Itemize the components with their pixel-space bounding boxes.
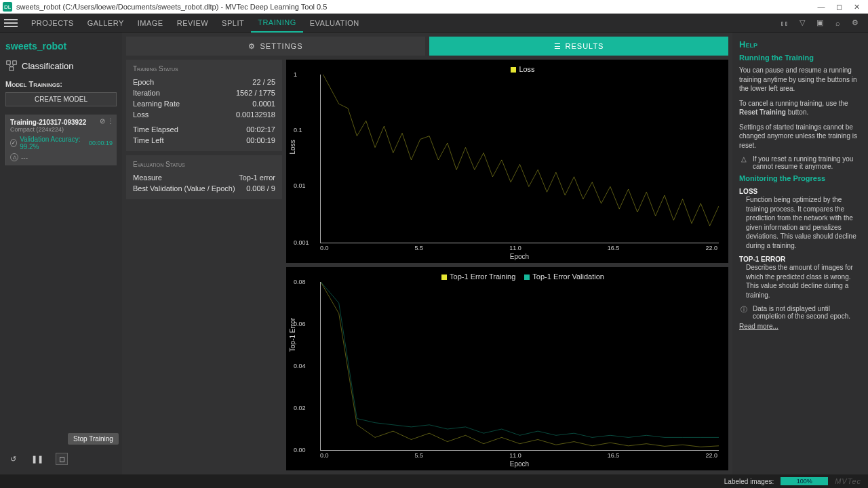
elapsed-value: 00:02:17 (246, 125, 275, 134)
nav-image[interactable]: IMAGE (131, 14, 170, 33)
top1-legend: Top-1 Error Training Top-1 Error Validat… (320, 271, 719, 282)
help-top1-term: TOP-1 ERROR (739, 256, 861, 263)
top-nav: PROJECTS GALLERY IMAGE REVIEW SPLIT TRAI… (0, 14, 868, 33)
close-button[interactable]: ✕ (848, 0, 865, 14)
help-top1-desc: Describes the amount of images for which… (746, 263, 861, 300)
validation-icon: ✓ (10, 139, 17, 147)
stop-icon[interactable]: ◻ (56, 453, 68, 465)
loss-label: Loss (133, 110, 149, 119)
top1-chart: Top-1 Error Training Top-1 Error Validat… (286, 267, 728, 470)
validation-time: 00:00:19 (89, 140, 113, 146)
filter-icon[interactable]: ▽ (793, 14, 811, 32)
xtick: 11.0 (509, 452, 521, 459)
xtick: 11.0 (509, 245, 521, 251)
tab-results-label: RESULTS (566, 42, 604, 50)
svg-line-4 (12, 64, 15, 67)
ytick: 0.04 (294, 363, 306, 369)
read-more-link[interactable]: Read more... (739, 323, 778, 330)
evaluation-status-panel: Evaluation Status MeasureTop-1 error Bes… (126, 155, 282, 199)
nav-split[interactable]: SPLIT (215, 14, 251, 33)
model-trainings-heading: Model Trainings: (5, 80, 117, 88)
xtick: 16.5 (608, 452, 620, 459)
validation-accuracy: Validation Accuracy: 99.2% (20, 136, 86, 150)
left-value: 00:00:19 (246, 136, 275, 144)
help-monitoring-title: Monitoring the Progress (739, 174, 861, 182)
clipboard-icon[interactable]: ▣ (811, 14, 829, 32)
labeled-images-progress: 100% (781, 477, 828, 485)
xtick: 5.5 (415, 452, 424, 459)
sidebar: sweets_robot Classification Model Traini… (0, 33, 122, 474)
xtick: 22.0 (705, 452, 717, 459)
loss-ylabel: Loss (289, 140, 296, 154)
tab-settings[interactable]: ⚙ SETTINGS (126, 37, 425, 56)
ytick: 0.08 (294, 279, 306, 285)
gear-icon[interactable]: ⚙ (846, 14, 864, 32)
info-icon: ⓘ (739, 305, 749, 314)
ytick: 0.02 (294, 405, 306, 411)
ytick: 0.1 (294, 127, 302, 134)
nav-training[interactable]: TRAINING (251, 14, 303, 33)
top1-xlabel: Epoch (320, 459, 719, 468)
pause-icon[interactable]: ❚❚ (31, 453, 43, 465)
search-icon[interactable]: ⌕ (829, 14, 846, 32)
help-heading: Help (739, 39, 861, 49)
help-info: Data is not displayed until completion o… (753, 305, 861, 320)
minimize-button[interactable]: — (812, 0, 830, 14)
nav-review[interactable]: REVIEW (170, 14, 215, 33)
help-loss-term: LOSS (739, 188, 861, 195)
labeled-images-label: Labeled images: (724, 478, 774, 485)
classification-label: Classification (22, 61, 74, 71)
results-list-icon: ☰ (554, 42, 561, 51)
best-value: 0.008 / 9 (246, 184, 275, 192)
iteration-value: 1562 / 1775 (236, 89, 275, 97)
help-warn: If you reset a running training you cann… (753, 155, 861, 170)
training-name: Training-210317-093922 (10, 119, 113, 126)
left-label: Time Left (133, 136, 163, 144)
measure-label: Measure (133, 174, 162, 182)
epoch-value: 22 / 25 (252, 78, 275, 86)
ytick: 0.00 (294, 447, 306, 453)
kebab-icon[interactable]: ⋮ (107, 117, 114, 125)
lr-value: 0.0001 (252, 100, 275, 108)
evaluation-status-heading: Evaluation Status (133, 161, 275, 168)
nav-projects[interactable]: PROJECTS (24, 14, 81, 33)
ytick: 0.01 (294, 182, 306, 189)
xtick: 16.5 (608, 245, 620, 251)
ytick: 1 (294, 71, 297, 78)
maximize-button[interactable]: ◻ (830, 0, 848, 14)
help-loss-desc: Function being optimized by the training… (746, 195, 861, 250)
nav-evaluation[interactable]: EVALUATION (303, 14, 366, 33)
loss-legend: Loss (320, 64, 719, 75)
stop-training-tooltip: Stop Training (68, 433, 119, 445)
iteration-label: Iteration (133, 89, 160, 97)
loss-xlabel: Epoch (320, 251, 719, 260)
training-card[interactable]: ⊘⋮ Training-210317-093922 Compact (224x2… (5, 115, 117, 165)
warning-icon: △ (739, 155, 749, 163)
training-status-heading: Training Status (133, 65, 275, 73)
xtick: 5.5 (415, 245, 424, 251)
help-p2: To cancel a running training, use the Re… (739, 99, 861, 117)
pin-icon[interactable]: ⊘ (100, 117, 105, 125)
project-name: sweets_robot (5, 41, 117, 52)
classification-icon (5, 60, 18, 72)
xtick: 0.0 (320, 452, 329, 459)
best-label: Best Validation (Value / Epoch) (133, 184, 235, 192)
ytick: 0.06 (294, 321, 306, 327)
nav-gallery[interactable]: GALLERY (81, 14, 131, 33)
hamburger-icon[interactable] (4, 16, 18, 30)
brand-label: MVTec (835, 477, 861, 485)
help-p3: Settings of started trainings cannot be … (739, 123, 861, 150)
svg-rect-1 (13, 61, 16, 64)
training-status-panel: Training Status Epoch22 / 25 Iteration15… (126, 60, 282, 151)
create-model-button[interactable]: CREATE MODEL (5, 92, 117, 106)
training-subtitle: Compact (224x224) (10, 126, 113, 133)
elapsed-label: Time Elapsed (133, 125, 178, 134)
window-title: sweets_robot (C:/Users/loewe/Documents/s… (16, 3, 327, 11)
loss-chart: Loss Loss 1 0.1 0.01 0.001 0.0 5.5 11.0 … (286, 60, 728, 263)
svg-rect-2 (9, 67, 13, 70)
tab-results[interactable]: ☰ RESULTS (429, 37, 728, 56)
reset-icon[interactable]: ↺ (7, 453, 19, 465)
stats-icon[interactable]: ⫾⫾ (776, 14, 793, 32)
settings-gear-icon: ⚙ (248, 42, 256, 51)
app-icon: DL (3, 2, 12, 12)
